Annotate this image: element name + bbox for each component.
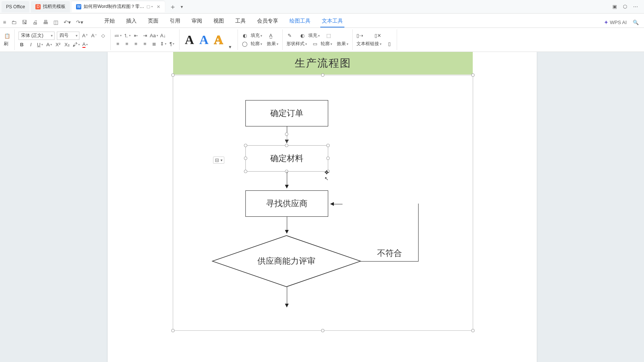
outline-button[interactable]: 轮廓▾ [251, 41, 262, 47]
bold-icon[interactable]: B [18, 41, 25, 48]
hamburger-icon[interactable]: ≡ [3, 19, 6, 25]
open-icon[interactable]: 🗀 [11, 19, 17, 25]
menubar: ≡ 🗀 🖫 🖨 🖶 ◫ ↶▾ ↷▾ 开始 插入 页面 引用 审阅 视图 工具 会… [0, 14, 644, 28]
number-list-icon[interactable]: ⒈ [123, 32, 130, 39]
export-icon[interactable]: 🖨 [32, 19, 38, 25]
group-clipboard: 📋 刷 [0, 29, 15, 50]
titlebar-right: ▣ ⬡ ⋯ [612, 4, 644, 9]
text-format-icon[interactable]: A̲ [268, 32, 274, 39]
sort-icon[interactable]: A↓ [160, 32, 166, 39]
shape-style-button[interactable]: 形状样式▾ [286, 41, 307, 47]
layout-icon[interactable]: ▣ [612, 4, 617, 9]
undo-icon[interactable]: ↶▾ [64, 19, 71, 25]
font-name: 宋体 (正文) [21, 32, 43, 39]
group-text-effects: ◐ 填充▾ A̲ ◯ 轮廓▾ 效果▾ [238, 29, 283, 50]
cube-icon[interactable]: ⬡ [623, 4, 627, 9]
unlink-icon[interactable]: ▯ [386, 41, 393, 47]
paste-icon[interactable]: 📋 [4, 32, 11, 39]
menu-tabs: 开始 插入 页面 引用 审阅 视图 工具 会员专享 绘图工具 文本工具 [103, 14, 344, 27]
bullet-list-icon[interactable]: ≔ [114, 32, 121, 39]
menu-icon[interactable]: ⋯ [633, 4, 638, 9]
word-icon: W [76, 4, 81, 9]
ribbon: 📋 刷 宋体 (正文) 四号 A⁺ A⁻ ◇ B I U A̶ X² X₂ 🖍 … [0, 28, 644, 52]
tab-label: 找稻壳模板 [43, 3, 65, 10]
align-right-icon[interactable]: ≡ [132, 41, 139, 47]
ai-label: WPS AI [610, 20, 627, 25]
group-textbox-link: ▯⇢ ▯✕ 文本框链接▾ ▯ [353, 29, 397, 50]
wordart-style-1[interactable]: A [183, 33, 196, 47]
group-paragraph: ≔ ⒈ ⇤ ⇥ Aa A↓ ≡ ≡ ≡ ≡ ≣ ⇕ ¶ [111, 29, 180, 50]
shape-style-icon[interactable]: ✎ [286, 32, 293, 39]
tab-dropdown[interactable]: ▾ [181, 4, 183, 9]
print-icon[interactable]: 🖶 [43, 19, 48, 25]
ai-icon: ✦ [604, 20, 608, 25]
wordart-style-3[interactable]: A [212, 33, 225, 47]
italic-icon[interactable]: I [27, 41, 34, 48]
shape-fill-button[interactable]: 填充▾ [308, 32, 320, 39]
align-center-icon[interactable]: ≡ [123, 41, 130, 47]
format-brush-label[interactable]: 刷 [4, 41, 8, 47]
shape-3d-icon[interactable]: ⬚ [325, 32, 332, 39]
tab-tools[interactable]: 工具 [234, 18, 247, 27]
doc-icon: D [35, 4, 41, 9]
tab-label: 如何用Word制作流程图？零… [84, 3, 144, 10]
tab-indicator: ▢ • [146, 4, 153, 9]
outline-icon: ◯ [242, 41, 248, 47]
clear-format-icon[interactable]: ◇ [100, 32, 107, 39]
tab-member[interactable]: 会员专享 [256, 18, 280, 27]
wordart-style-2[interactable]: A [198, 33, 210, 47]
wordart-more-icon[interactable]: ▾ [227, 43, 234, 50]
tab-document[interactable]: W 如何用Word制作流程图？零… ▢ • ✕ [72, 1, 164, 12]
shape-fill-icon: ◐ [299, 32, 306, 39]
textbox-link-icon[interactable]: ▯⇢ [356, 32, 363, 39]
app-name: PS Office [6, 4, 25, 9]
break-link-icon[interactable]: ▯✕ [375, 32, 381, 39]
fill-button[interactable]: 填充▾ [251, 32, 262, 39]
tab-insert[interactable]: 插入 [125, 18, 138, 27]
change-case-icon[interactable]: Aa [151, 32, 157, 39]
textbox-link-button[interactable]: 文本框链接▾ [356, 41, 382, 47]
tab-drawing-tools[interactable]: 绘图工具 [288, 18, 312, 27]
quick-access: ≡ 🗀 🖫 🖨 🖶 ◫ ↶▾ ↷▾ [0, 19, 88, 27]
titlebar: PS Office D 找稻壳模板 W 如何用Word制作流程图？零… ▢ • … [0, 0, 644, 14]
effect-button[interactable]: 效果▾ [267, 41, 279, 47]
increase-font-icon[interactable]: A⁺ [82, 32, 88, 39]
paragraph-spacing-icon[interactable]: ¶ [169, 41, 175, 47]
align-justify-icon[interactable]: ≡ [142, 41, 148, 47]
group-wordart: A A A ▾ [180, 29, 238, 50]
app-tab[interactable]: PS Office [2, 1, 29, 12]
tab-review[interactable]: 审阅 [190, 18, 204, 27]
close-icon[interactable]: ✕ [157, 4, 160, 9]
preview-icon[interactable]: ◫ [53, 19, 58, 25]
tab-page[interactable]: 页面 [146, 18, 160, 27]
tab-home[interactable]: 开始 [103, 18, 116, 27]
strikethrough-icon[interactable]: A̶ [46, 41, 52, 48]
redo-icon[interactable]: ↷▾ [76, 19, 83, 25]
increase-indent-icon[interactable]: ⇥ [142, 32, 148, 39]
tab-text-tools[interactable]: 文本工具 [320, 18, 344, 27]
search-icon[interactable]: 🔍 [633, 20, 639, 25]
group-shape-style: ✎ ◐ 填充▾ ⬚ 形状样式▾ ▭ 轮廓▾ 效果▾ [283, 29, 353, 50]
underline-icon[interactable]: U [37, 41, 43, 48]
line-spacing-icon[interactable]: ⇕ [160, 41, 166, 47]
distribute-icon[interactable]: ≣ [151, 41, 157, 47]
subscript-icon[interactable]: X₂ [64, 41, 70, 48]
decrease-font-icon[interactable]: A⁻ [91, 32, 97, 39]
new-tab-button[interactable]: ＋ [169, 2, 176, 11]
tab-templates[interactable]: D 找稻壳模板 [31, 1, 70, 12]
tab-view[interactable]: 视图 [212, 18, 225, 27]
font-color-icon[interactable]: A [82, 41, 88, 48]
tab-reference[interactable]: 引用 [168, 18, 182, 27]
shape-effect-button[interactable]: 效果▾ [337, 41, 349, 47]
font-name-select[interactable]: 宋体 (正文) [18, 32, 55, 40]
superscript-icon[interactable]: X² [55, 41, 61, 48]
wps-ai-button[interactable]: ✦ WPS AI [604, 20, 627, 25]
shape-outline-button[interactable]: 轮廓▾ [321, 41, 332, 47]
font-size-select[interactable]: 四号 [57, 32, 79, 40]
decrease-indent-icon[interactable]: ⇤ [132, 32, 139, 39]
highlight-icon[interactable]: 🖍 [73, 41, 79, 48]
menubar-right: ✦ WPS AI 🔍 [604, 20, 644, 27]
save-icon[interactable]: 🖫 [22, 19, 27, 25]
align-left-icon[interactable]: ≡ [114, 41, 121, 47]
shape-outline-icon: ▭ [312, 41, 318, 47]
